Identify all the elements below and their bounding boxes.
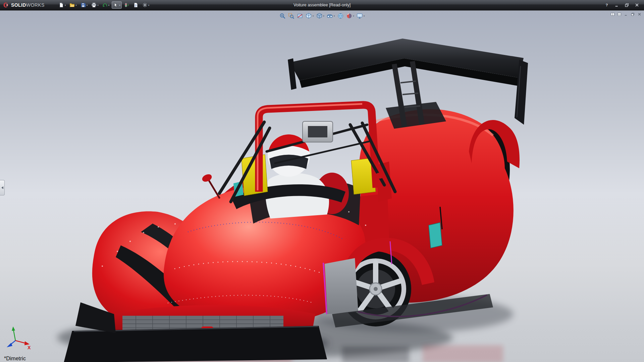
dropdown-caret[interactable]: ▾ [334, 15, 335, 17]
close-icon [635, 3, 639, 7]
dropdown-caret[interactable]: ▾ [119, 4, 120, 6]
apply-scene-button[interactable] [337, 12, 344, 19]
svg-text:?: ? [606, 3, 608, 7]
heads-up-toolbar: ▾▾▾▾▾ [277, 12, 367, 20]
doc-minimize-icon [624, 12, 628, 16]
options-button[interactable]: ▾ [141, 1, 151, 9]
select-icon [113, 2, 118, 8]
y-axis-arrow [12, 326, 15, 331]
orientation-triad: X [4, 326, 32, 355]
view-settings-icon [357, 13, 363, 19]
options-icon [142, 2, 148, 8]
restore-button[interactable] [623, 2, 631, 8]
open-icon [69, 2, 75, 8]
dropdown-caret[interactable]: ▾ [353, 15, 354, 17]
split-horizontal-button[interactable] [610, 12, 615, 16]
brand: SOLIDWORKS [0, 2, 48, 8]
hide-show-items-button[interactable]: ▾ [326, 12, 335, 19]
new-document-button[interactable]: ▾ [57, 1, 67, 9]
doc-restore-icon [631, 12, 635, 16]
document-window-controls [610, 12, 642, 16]
edit-appearance-icon [346, 13, 352, 19]
doc-close-button[interactable] [637, 12, 642, 16]
new-document-icon [59, 2, 64, 8]
dropdown-caret[interactable]: ▾ [65, 4, 66, 6]
panel-expand-arrow-icon [1, 186, 4, 189]
edit-appearance-button[interactable]: ▾ [345, 12, 355, 19]
dropdown-caret[interactable]: ▾ [364, 15, 365, 17]
doc-restore-button[interactable] [631, 12, 635, 16]
help-icon: ? [604, 3, 609, 7]
file-properties-button[interactable] [132, 1, 140, 9]
brand-light: WORKS [26, 2, 45, 8]
rebuild-icon [124, 2, 129, 8]
zoom-to-fit-button[interactable] [279, 12, 286, 19]
undo-button[interactable]: ▾ [101, 1, 111, 9]
dropdown-caret[interactable]: ▾ [97, 4, 99, 6]
brand-bold: SOLID [11, 2, 26, 8]
minimize-button[interactable] [613, 2, 621, 8]
section-view-button[interactable] [297, 12, 304, 19]
3d-viewport[interactable] [0, 11, 644, 362]
dropdown-caret[interactable]: ▾ [87, 4, 88, 6]
mirror-right [375, 173, 384, 179]
dropdown-caret[interactable]: ▾ [148, 4, 150, 6]
zoom-to-fit-icon [279, 13, 286, 19]
undo-icon [102, 2, 108, 8]
view-orientation-button[interactable]: ▾ [305, 12, 314, 19]
hide-show-items-icon [327, 13, 333, 19]
dropdown-caret[interactable]: ▾ [108, 4, 110, 6]
document-title: Voiture assemblee [Read-only] [293, 3, 351, 7]
split-vertical-icon [617, 12, 622, 16]
rebuild-button[interactable] [123, 1, 131, 9]
dropdown-caret[interactable]: ▾ [75, 4, 77, 6]
display-style-button[interactable]: ▾ [316, 12, 325, 19]
zoom-to-area-button[interactable] [288, 12, 295, 19]
rocker-panel [325, 258, 358, 314]
dropdown-caret[interactable]: ▾ [313, 15, 314, 17]
titlebar: SOLIDWORKS ▾▾▾▾▾▾▾ Voiture assemblee [Re… [0, 0, 644, 10]
solidworks-window: SOLIDWORKS ▾▾▾▾▾▾▾ Voiture assemblee [Re… [0, 0, 644, 362]
titlebar-toolbar: ▾▾▾▾▾▾▾ [57, 1, 151, 9]
zoom-to-area-icon [288, 13, 294, 19]
save-icon [80, 2, 86, 8]
close-button[interactable] [633, 2, 641, 8]
save-button[interactable]: ▾ [79, 1, 89, 9]
print-icon [91, 2, 97, 8]
minimize-icon [614, 3, 619, 7]
open-button[interactable]: ▾ [68, 1, 78, 9]
featuremanager-collapsed-tab[interactable] [0, 180, 5, 195]
view-orientation-icon [306, 13, 312, 19]
view-orientation-label: *Dimetric [4, 356, 26, 362]
help-button[interactable]: ? [603, 2, 610, 8]
restore-icon [625, 3, 629, 7]
x-axis-label: X [28, 345, 31, 350]
doc-close-icon [637, 12, 642, 16]
file-properties-icon [133, 2, 139, 8]
display-style-icon [316, 13, 322, 19]
split-horizontal-icon [610, 12, 615, 16]
view-settings-button[interactable]: ▾ [356, 12, 365, 19]
print-button[interactable]: ▾ [90, 1, 100, 9]
side-window-teal [429, 223, 442, 248]
select-button[interactable]: ▾ [112, 1, 122, 9]
section-view-icon [297, 13, 303, 19]
window-controls: ? [603, 2, 644, 8]
intake-box [303, 121, 333, 142]
solidworks-logo-icon [3, 2, 9, 8]
doc-minimize-button[interactable] [624, 12, 628, 16]
dropdown-caret[interactable]: ▾ [323, 15, 324, 17]
graphics-area[interactable]: ▾▾▾▾▾ X *Dimetric [0, 10, 644, 362]
apply-scene-icon [337, 13, 343, 19]
brand-name: SOLIDWORKS [11, 2, 45, 8]
split-vertical-button[interactable] [617, 12, 622, 16]
